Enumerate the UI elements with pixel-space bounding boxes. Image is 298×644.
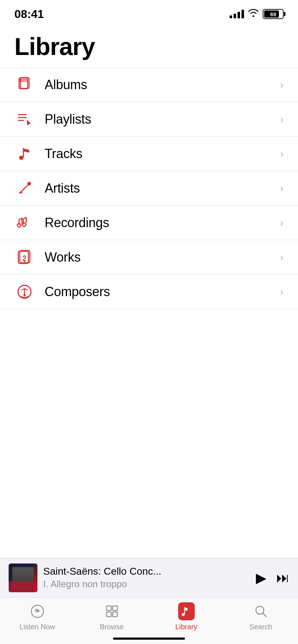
tab-listen-now-label: Listen Now — [19, 623, 55, 631]
svg-point-16 — [24, 261, 25, 262]
tracks-icon — [14, 144, 35, 164]
menu-item-tracks[interactable]: Tracks › — [0, 137, 298, 171]
status-bar: 08:41 69 — [0, 0, 298, 22]
tab-search[interactable]: Search — [224, 602, 298, 631]
artists-icon — [14, 178, 35, 198]
library-icon — [177, 602, 196, 621]
browse-icon — [103, 602, 121, 621]
tab-library-label: Library — [175, 623, 197, 631]
albums-label: Albums — [45, 77, 280, 92]
svg-point-10 — [27, 182, 31, 185]
playlists-icon — [14, 109, 35, 129]
menu-item-albums[interactable]: Albums › — [0, 68, 298, 102]
menu-list: Albums › Playlists › Tracks › — [0, 68, 298, 309]
menu-item-works[interactable]: Works › — [0, 240, 298, 275]
playlists-chevron: › — [280, 113, 284, 125]
works-label: Works — [45, 250, 280, 265]
tab-search-label: Search — [249, 623, 272, 631]
artists-chevron: › — [280, 182, 284, 194]
svg-rect-22 — [113, 606, 117, 611]
svg-point-18 — [23, 294, 26, 296]
recordings-chevron: › — [280, 217, 284, 229]
works-icon — [14, 247, 35, 267]
composers-label: Composers — [45, 284, 280, 299]
forward-button[interactable]: ⏭ — [276, 570, 289, 585]
albums-icon — [14, 75, 35, 95]
tab-browse-label: Browse — [100, 623, 124, 631]
mini-player[interactable]: Saint-Saëns: Cello Conc... I. Allegro no… — [0, 558, 298, 597]
svg-point-12 — [17, 224, 21, 227]
home-indicator — [113, 638, 185, 640]
svg-point-8 — [19, 156, 23, 160]
works-chevron: › — [280, 251, 284, 263]
mini-player-controls: ▶ ⏭ — [256, 570, 289, 586]
wifi-icon — [248, 9, 258, 19]
signal-icon — [230, 10, 244, 18]
listen-now-icon — [28, 602, 47, 621]
composers-icon — [14, 282, 35, 302]
play-button[interactable]: ▶ — [256, 570, 266, 586]
menu-item-composers[interactable]: Composers › — [0, 275, 298, 309]
status-icons: 69 — [230, 9, 284, 19]
playlists-label: Playlists — [45, 112, 280, 127]
menu-item-recordings[interactable]: Recordings › — [0, 206, 298, 240]
tab-browse[interactable]: Browse — [74, 602, 149, 631]
svg-rect-21 — [107, 606, 111, 611]
svg-rect-24 — [113, 612, 117, 617]
tab-listen-now[interactable]: Listen Now — [0, 602, 74, 631]
tracks-label: Tracks — [45, 146, 280, 161]
albums-chevron: › — [280, 79, 284, 91]
tab-library[interactable]: Library — [149, 602, 224, 631]
search-icon — [252, 602, 270, 621]
battery-icon: 69 — [263, 9, 284, 19]
page-title: Library — [0, 22, 298, 68]
menu-item-playlists[interactable]: Playlists › — [0, 102, 298, 137]
status-time: 08:41 — [14, 8, 44, 21]
svg-point-25 — [182, 613, 185, 616]
svg-point-20 — [36, 610, 39, 612]
mini-player-subtitle: I. Allegro non troppo — [43, 579, 250, 590]
svg-point-13 — [22, 223, 26, 226]
svg-rect-23 — [107, 612, 111, 617]
album-art — [9, 564, 37, 592]
tracks-chevron: › — [280, 148, 284, 160]
menu-item-artists[interactable]: Artists › — [0, 171, 298, 206]
mini-player-info: Saint-Saëns: Cello Conc... I. Allegro no… — [43, 566, 250, 590]
mini-player-title: Saint-Saëns: Cello Conc... — [43, 566, 250, 577]
recordings-label: Recordings — [45, 215, 280, 230]
recordings-icon — [14, 213, 35, 233]
artists-label: Artists — [45, 181, 280, 196]
tab-bar: Listen Now Browse Library — [0, 597, 298, 644]
svg-line-27 — [263, 613, 266, 617]
composers-chevron: › — [280, 286, 284, 298]
